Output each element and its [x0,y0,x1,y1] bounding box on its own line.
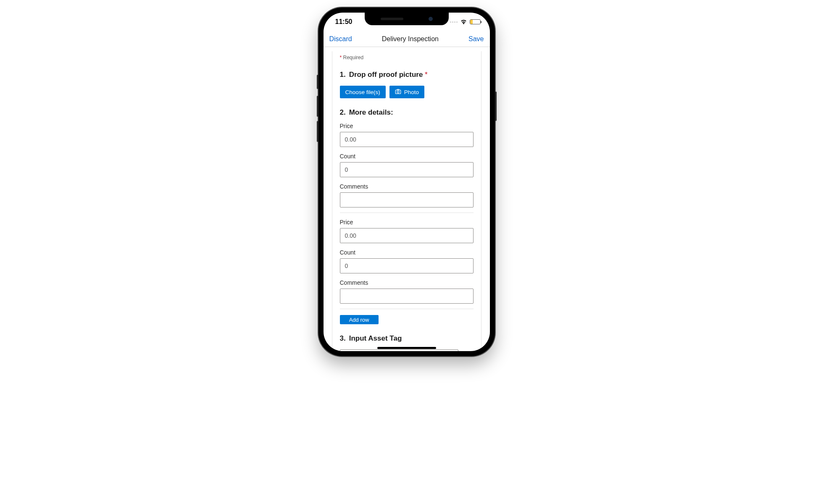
details-row: Price Count Comments [340,123,474,213]
comments-input[interactable] [340,192,474,207]
add-row-button[interactable]: Add row [340,315,379,324]
question-2: 2. More details: Price Count [340,108,474,324]
page-title: Delivery Inspection [382,35,439,43]
device-notch [365,13,449,25]
comments-label: Comments [340,183,474,190]
phone-frame: 11:50 Discard Delivery Inspection Save *… [318,8,495,356]
price-input[interactable] [340,228,474,243]
q1-number: 1. [340,71,346,79]
price-label: Price [340,123,474,129]
asset-tag-input[interactable] [340,349,458,351]
count-input[interactable] [340,258,474,273]
choose-files-button[interactable]: Choose file(s) [340,86,386,98]
phone-screen: 11:50 Discard Delivery Inspection Save *… [324,13,490,351]
count-label: Count [340,153,474,160]
required-asterisk-icon: * [425,71,428,79]
clock: 11:50 [335,18,353,26]
comments-input[interactable] [340,289,474,304]
save-button[interactable]: Save [468,35,484,43]
svg-point-1 [397,91,399,93]
wifi-icon [460,19,467,24]
comments-label: Comments [340,279,474,286]
q2-number: 2. [340,108,346,117]
price-label: Price [340,219,474,226]
form-content: * Required 1. Drop off proof picture * [324,47,490,351]
price-input[interactable] [340,132,474,147]
question-1: 1. Drop off proof picture * Choose file(… [340,71,474,98]
details-row: Price Count Comments [340,219,474,309]
nav-bar: Discard Delivery Inspection Save [324,31,490,47]
home-indicator[interactable] [377,347,436,349]
q1-text: Drop off proof picture [349,71,423,79]
required-note: * Required [340,55,474,60]
cellular-dots-icon [450,21,458,23]
count-label: Count [340,249,474,256]
required-asterisk-icon: * [340,55,342,60]
photo-button[interactable]: Photo [389,86,424,98]
discard-button[interactable]: Discard [329,35,352,43]
q2-text: More details: [349,108,393,117]
q3-number: 3. [340,334,346,343]
count-input[interactable] [340,162,474,177]
camera-icon [395,89,401,95]
q3-text: Input Asset Tag [349,334,402,343]
battery-icon [470,19,481,24]
